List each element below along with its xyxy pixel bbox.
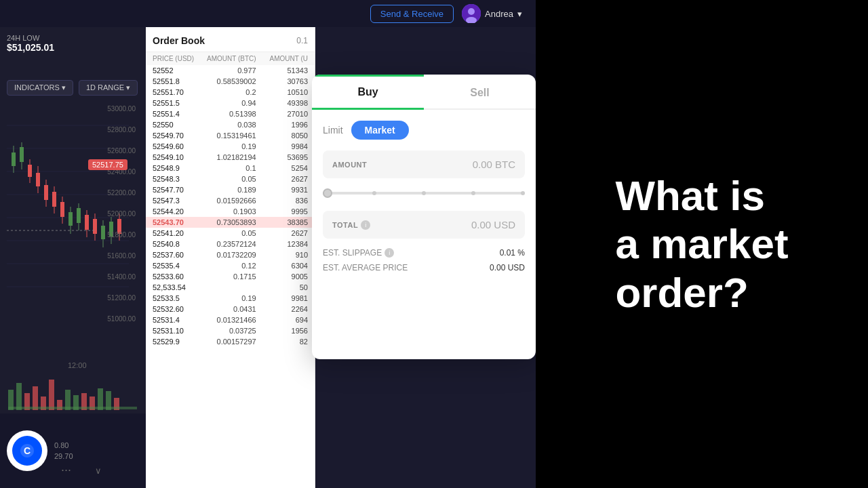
row-amount: 0.038 — [204, 121, 256, 129]
table-row[interactable]: 52541.20 0.05 2627 — [146, 228, 315, 239]
table-row[interactable]: 52533.5 0.19 9981 — [146, 293, 315, 304]
low-label: 24H LOW — [7, 34, 54, 42]
row-price: 52533.60 — [153, 272, 204, 281]
table-row[interactable]: 52549.60 0.19 9984 — [146, 141, 315, 152]
order-book-columns: PRICE (USD) AMOUNT (BTC) AMOUNT (U — [146, 52, 315, 65]
range-button[interactable]: 1D RANGE ▾ — [79, 80, 138, 96]
table-row[interactable]: 52540.8 0.23572124 12384 — [146, 239, 315, 249]
dialog-body: Limit Market AMOUNT 0.00 BTC — [312, 110, 536, 289]
table-row[interactable]: 52551.70 0.2 10510 — [146, 87, 315, 98]
table-row[interactable]: 52551.4 0.51398 27010 — [146, 108, 315, 119]
slider-thumb[interactable] — [323, 188, 332, 198]
row-amount: 0.23572124 — [204, 240, 256, 248]
row-total: 1996 — [256, 121, 308, 129]
table-row[interactable]: 52533.60 0.1715 9005 — [146, 271, 315, 282]
row-total: 51343 — [256, 66, 308, 75]
svg-rect-41 — [16, 383, 22, 410]
table-row[interactable]: 52550 0.038 1996 — [146, 119, 315, 130]
row-amount: 0.189 — [204, 186, 256, 194]
row-amount: 0.1715 — [204, 272, 256, 281]
user-menu[interactable]: Andrea ▾ — [462, 4, 522, 23]
row-price: 52537.60 — [153, 251, 204, 259]
sell-tab[interactable]: Sell — [424, 77, 536, 108]
current-price-label: 52517.75 — [88, 159, 127, 170]
total-box: TOTAL i 0.00 USD — [323, 211, 525, 239]
market-button[interactable]: Market — [351, 121, 409, 140]
coinbase-logo: C — [7, 430, 47, 471]
total-info-icon[interactable]: i — [361, 220, 370, 230]
row-total: 50 — [256, 283, 308, 291]
row-price: 52547.3 — [153, 197, 204, 205]
slider-dots — [323, 191, 525, 195]
table-row[interactable]: 52532.60 0.0431 2264 — [146, 304, 315, 314]
row-amount: 0.12 — [204, 262, 256, 270]
row-price: 52551.5 — [153, 99, 204, 107]
table-row[interactable]: 52548.9 0.1 5254 — [146, 163, 315, 174]
amount-slider[interactable] — [323, 186, 525, 200]
bottom-price-1: 0.80 — [54, 441, 73, 449]
row-price: 52549.70 — [153, 131, 204, 140]
svg-rect-54 — [8, 407, 137, 409]
buy-sell-dialog: Buy Sell Limit Market AMOUNT 0.00 BTC — [312, 75, 536, 359]
row-total: 82 — [256, 338, 308, 346]
table-row[interactable]: 52551.5 0.94 49398 — [146, 98, 315, 108]
more-button[interactable]: ... — [61, 460, 71, 474]
row-total: 49398 — [256, 99, 308, 107]
row-total: 6304 — [256, 262, 308, 270]
row-total: 10510 — [256, 88, 308, 96]
row-amount: 0.1903 — [204, 207, 256, 216]
table-row[interactable]: 52551.8 0.58539002 30763 — [146, 76, 315, 87]
table-row[interactable]: 52552 0.977 51343 — [146, 65, 315, 76]
row-total: 9995 — [256, 207, 308, 216]
table-row[interactable]: 52547.3 0.01592666 836 — [146, 195, 315, 206]
table-row[interactable]: 52543.70 0.73053893 38385 — [146, 217, 315, 228]
dialog-tabs: Buy Sell — [312, 77, 536, 110]
slider-dot — [372, 191, 376, 195]
row-amount: 0.01321466 — [204, 316, 256, 324]
order-book-header: Order Book 0.1 — [146, 27, 315, 52]
row-price: 52547.70 — [153, 186, 204, 194]
row-total: 9005 — [256, 272, 308, 281]
table-row[interactable]: 52537.60 0.01732209 910 — [146, 249, 315, 260]
avatar — [462, 4, 481, 23]
row-amount: 0.977 — [204, 66, 256, 75]
table-row[interactable]: 52547.70 0.189 9931 — [146, 184, 315, 195]
est-avg-price-label: EST. AVERAGE PRICE — [323, 263, 408, 272]
svg-rect-26 — [68, 212, 73, 226]
slider-dot — [471, 191, 475, 195]
row-amount: 0.00157297 — [204, 338, 256, 346]
price-scale-item: 51200.00 — [107, 294, 136, 302]
svg-rect-22 — [52, 192, 56, 207]
svg-rect-43 — [33, 386, 38, 410]
table-row[interactable]: 52544.20 0.1903 9995 — [146, 206, 315, 217]
price-scale-item: 51600.00 — [107, 252, 136, 260]
row-price: 52551.4 — [153, 110, 204, 118]
row-amount: 0.2 — [204, 88, 256, 96]
slippage-info-icon[interactable]: i — [384, 248, 394, 258]
buy-tab[interactable]: Buy — [312, 77, 424, 110]
table-row[interactable]: 52549.70 0.15319461 8050 — [146, 130, 315, 141]
table-row[interactable]: 52529.9 0.00157297 82 — [146, 336, 315, 347]
svg-rect-28 — [77, 208, 81, 223]
total-value: 0.00 USD — [471, 219, 515, 230]
row-price: 52529.9 — [153, 338, 204, 346]
row-total: 9984 — [256, 142, 308, 150]
est-slippage-value: 0.01 % — [500, 248, 525, 258]
table-row[interactable]: 52,533.54 50 — [146, 282, 315, 293]
row-price: 52543.70 — [153, 218, 204, 226]
table-row[interactable]: 52531.10 0.03725 1956 — [146, 325, 315, 336]
send-receive-button[interactable]: Send & Receive — [370, 5, 454, 23]
row-amount: 0.05 — [204, 175, 256, 183]
price-scale-item: 51400.00 — [107, 273, 136, 281]
row-price: 52541.20 — [153, 229, 204, 237]
table-row[interactable]: 52535.4 0.12 6304 — [146, 260, 315, 271]
chart-controls: INDICATORS ▾ 1D RANGE ▾ — [7, 80, 138, 96]
row-total: 694 — [256, 316, 308, 324]
table-row[interactable]: 52531.4 0.01321466 694 — [146, 314, 315, 325]
table-row[interactable]: 52549.10 1.02182194 53695 — [146, 152, 315, 163]
expand-button[interactable]: ∨ — [95, 466, 102, 476]
table-row[interactable]: 52548.3 0.05 2627 — [146, 174, 315, 184]
indicators-button[interactable]: INDICATORS ▾ — [7, 80, 73, 96]
coinbase-logo-svg: C — [12, 436, 42, 466]
row-price: 52531.10 — [153, 327, 204, 335]
